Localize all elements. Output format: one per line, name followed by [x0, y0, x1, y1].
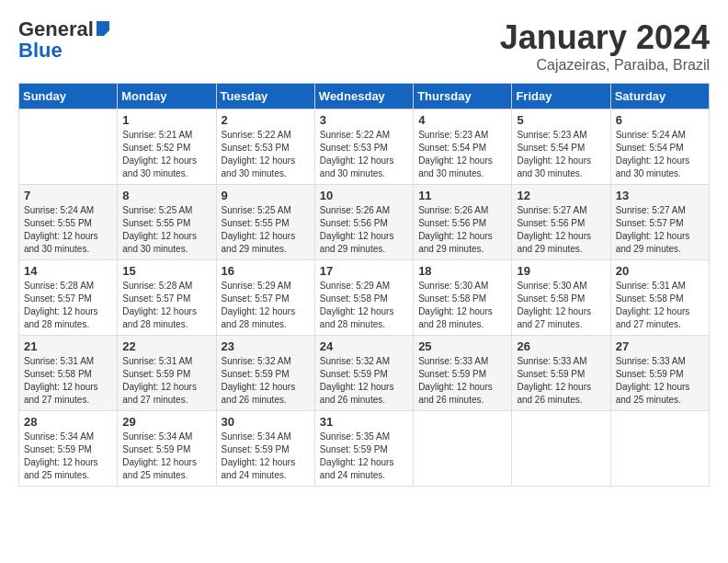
day-number: 4: [418, 113, 506, 127]
day-number: 20: [616, 264, 704, 278]
logo-blue: Blue: [18, 39, 63, 63]
calendar-cell: 1Sunrise: 5:21 AM Sunset: 5:52 PM Daylig…: [118, 109, 216, 185]
calendar-cell: 31Sunrise: 5:35 AM Sunset: 5:59 PM Dayli…: [314, 411, 413, 487]
calendar-cell: 28Sunrise: 5:34 AM Sunset: 5:59 PM Dayli…: [19, 411, 118, 487]
weekday-header-row: SundayMondayTuesdayWednesdayThursdayFrid…: [19, 84, 710, 109]
day-number: 1: [122, 113, 210, 127]
day-info: Sunrise: 5:27 AM Sunset: 5:56 PM Dayligh…: [517, 204, 605, 256]
day-number: 13: [616, 189, 704, 202]
day-info: Sunrise: 5:23 AM Sunset: 5:54 PM Dayligh…: [517, 129, 605, 180]
calendar-cell: 25Sunrise: 5:33 AM Sunset: 5:59 PM Dayli…: [414, 336, 512, 411]
weekday-header-wednesday: Wednesday: [314, 84, 413, 109]
main-title: January 2024: [500, 18, 710, 57]
day-number: 21: [24, 339, 112, 353]
day-info: Sunrise: 5:31 AM Sunset: 5:58 PM Dayligh…: [616, 280, 704, 331]
weekday-header-monday: Monday: [118, 84, 216, 109]
day-number: 18: [418, 264, 506, 278]
calendar-cell: 20Sunrise: 5:31 AM Sunset: 5:58 PM Dayli…: [610, 260, 709, 336]
calendar-cell: 27Sunrise: 5:33 AM Sunset: 5:59 PM Dayli…: [610, 336, 709, 411]
calendar-cell: 4Sunrise: 5:23 AM Sunset: 5:54 PM Daylig…: [414, 109, 512, 185]
day-info: Sunrise: 5:24 AM Sunset: 5:55 PM Dayligh…: [24, 204, 112, 256]
day-number: 27: [616, 339, 704, 353]
day-info: Sunrise: 5:30 AM Sunset: 5:58 PM Dayligh…: [418, 280, 506, 331]
day-info: Sunrise: 5:21 AM Sunset: 5:52 PM Dayligh…: [122, 129, 210, 180]
calendar-cell: 16Sunrise: 5:29 AM Sunset: 5:57 PM Dayli…: [216, 260, 314, 336]
day-number: 23: [222, 339, 310, 353]
day-info: Sunrise: 5:25 AM Sunset: 5:55 PM Dayligh…: [122, 204, 210, 256]
calendar-cell: [414, 411, 512, 487]
calendar-cell: 29Sunrise: 5:34 AM Sunset: 5:59 PM Dayli…: [118, 411, 216, 487]
weekday-header-saturday: Saturday: [610, 84, 709, 109]
day-number: 15: [122, 264, 210, 278]
day-info: Sunrise: 5:29 AM Sunset: 5:58 PM Dayligh…: [320, 280, 408, 331]
calendar-cell: 11Sunrise: 5:26 AM Sunset: 5:56 PM Dayli…: [414, 185, 512, 260]
week-row-3: 14Sunrise: 5:28 AM Sunset: 5:57 PM Dayli…: [19, 260, 710, 336]
day-info: Sunrise: 5:26 AM Sunset: 5:56 PM Dayligh…: [320, 204, 408, 256]
day-number: 12: [517, 189, 605, 202]
day-info: Sunrise: 5:29 AM Sunset: 5:57 PM Dayligh…: [222, 280, 310, 331]
day-info: Sunrise: 5:30 AM Sunset: 5:58 PM Dayligh…: [517, 280, 605, 331]
day-info: Sunrise: 5:33 AM Sunset: 5:59 PM Dayligh…: [616, 355, 704, 407]
day-info: Sunrise: 5:28 AM Sunset: 5:57 PM Dayligh…: [122, 280, 210, 331]
logo-general: General: [18, 18, 94, 40]
logo: General Blue: [18, 18, 111, 63]
day-number: 30: [222, 415, 310, 429]
calendar-cell: 30Sunrise: 5:34 AM Sunset: 5:59 PM Dayli…: [216, 411, 314, 487]
weekday-header-sunday: Sunday: [19, 84, 118, 109]
weekday-header-thursday: Thursday: [414, 84, 512, 109]
day-info: Sunrise: 5:25 AM Sunset: 5:55 PM Dayligh…: [222, 204, 310, 256]
calendar-cell: 18Sunrise: 5:30 AM Sunset: 5:58 PM Dayli…: [414, 260, 512, 336]
calendar-cell: [512, 411, 610, 487]
day-info: Sunrise: 5:32 AM Sunset: 5:59 PM Dayligh…: [320, 355, 408, 407]
day-number: 28: [24, 415, 112, 429]
calendar-cell: 6Sunrise: 5:24 AM Sunset: 5:54 PM Daylig…: [610, 109, 709, 185]
day-info: Sunrise: 5:34 AM Sunset: 5:59 PM Dayligh…: [222, 431, 310, 482]
day-number: 8: [122, 189, 210, 202]
day-info: Sunrise: 5:34 AM Sunset: 5:59 PM Dayligh…: [24, 431, 112, 482]
calendar-cell: 23Sunrise: 5:32 AM Sunset: 5:59 PM Dayli…: [216, 336, 314, 411]
logo-icon: [95, 19, 111, 36]
day-number: 9: [222, 189, 310, 202]
calendar-cell: 26Sunrise: 5:33 AM Sunset: 5:59 PM Dayli…: [512, 336, 610, 411]
week-row-4: 21Sunrise: 5:31 AM Sunset: 5:58 PM Dayli…: [19, 336, 710, 411]
day-info: Sunrise: 5:24 AM Sunset: 5:54 PM Dayligh…: [616, 129, 704, 180]
day-number: 6: [616, 113, 704, 127]
day-info: Sunrise: 5:32 AM Sunset: 5:59 PM Dayligh…: [222, 355, 310, 407]
calendar-cell: 9Sunrise: 5:25 AM Sunset: 5:55 PM Daylig…: [216, 185, 314, 260]
calendar-cell: 14Sunrise: 5:28 AM Sunset: 5:57 PM Dayli…: [19, 260, 118, 336]
day-info: Sunrise: 5:28 AM Sunset: 5:57 PM Dayligh…: [24, 280, 112, 331]
day-number: 16: [222, 264, 310, 278]
day-info: Sunrise: 5:34 AM Sunset: 5:59 PM Dayligh…: [122, 431, 210, 482]
calendar-cell: 24Sunrise: 5:32 AM Sunset: 5:59 PM Dayli…: [314, 336, 413, 411]
day-number: 5: [517, 113, 605, 127]
day-number: 31: [320, 415, 408, 429]
day-number: 3: [320, 113, 408, 127]
day-number: 11: [418, 189, 506, 202]
day-info: Sunrise: 5:31 AM Sunset: 5:59 PM Dayligh…: [122, 355, 210, 407]
calendar-cell: 5Sunrise: 5:23 AM Sunset: 5:54 PM Daylig…: [512, 109, 610, 185]
day-number: 7: [24, 189, 112, 202]
day-number: 10: [320, 189, 408, 202]
day-info: Sunrise: 5:22 AM Sunset: 5:53 PM Dayligh…: [320, 129, 408, 180]
day-info: Sunrise: 5:31 AM Sunset: 5:58 PM Dayligh…: [24, 355, 112, 407]
day-info: Sunrise: 5:33 AM Sunset: 5:59 PM Dayligh…: [418, 355, 506, 407]
weekday-header-tuesday: Tuesday: [216, 84, 314, 109]
calendar-cell: [610, 411, 709, 487]
calendar-table: SundayMondayTuesdayWednesdayThursdayFrid…: [18, 83, 710, 487]
svg-marker-0: [97, 21, 109, 36]
day-info: Sunrise: 5:35 AM Sunset: 5:59 PM Dayligh…: [320, 431, 408, 482]
calendar-cell: 7Sunrise: 5:24 AM Sunset: 5:55 PM Daylig…: [19, 185, 118, 260]
calendar-cell: 15Sunrise: 5:28 AM Sunset: 5:57 PM Dayli…: [118, 260, 216, 336]
calendar-cell: 21Sunrise: 5:31 AM Sunset: 5:58 PM Dayli…: [19, 336, 118, 411]
calendar-cell: 22Sunrise: 5:31 AM Sunset: 5:59 PM Dayli…: [118, 336, 216, 411]
day-number: 25: [418, 339, 506, 353]
day-info: Sunrise: 5:26 AM Sunset: 5:56 PM Dayligh…: [418, 204, 506, 256]
calendar-cell: [19, 109, 118, 185]
day-number: 17: [320, 264, 408, 278]
day-number: 14: [24, 264, 112, 278]
day-number: 24: [320, 339, 408, 353]
weekday-header-friday: Friday: [512, 84, 610, 109]
calendar-cell: 10Sunrise: 5:26 AM Sunset: 5:56 PM Dayli…: [314, 185, 413, 260]
day-info: Sunrise: 5:23 AM Sunset: 5:54 PM Dayligh…: [418, 129, 506, 180]
title-block: January 2024 Cajazeiras, Paraiba, Brazil: [500, 18, 710, 74]
